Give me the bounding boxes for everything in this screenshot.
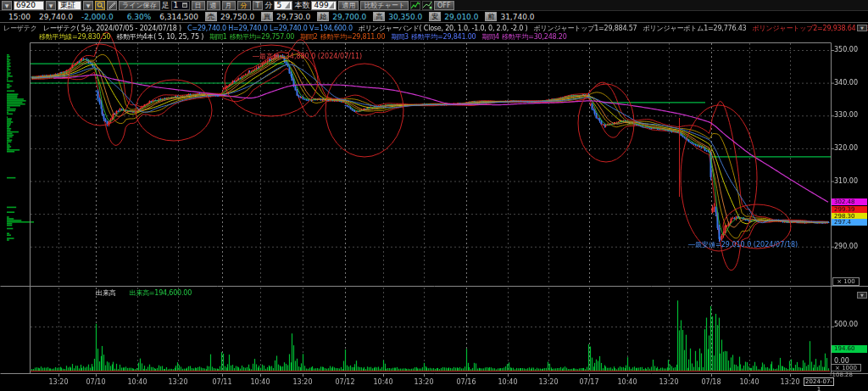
symbol-dropdown-button[interactable]: ▼ xyxy=(46,1,56,10)
low-chip: 安 xyxy=(429,12,441,21)
ohlcv-values: C=29,740.0 H=29,740.0 L=29,740.0 V=194,6… xyxy=(187,25,353,32)
market-dropdown-button[interactable]: ▼ xyxy=(83,1,93,10)
off-button[interactable]: OFF xyxy=(434,1,454,10)
period2-value: 移動平均=29,811.00 xyxy=(320,33,386,41)
quote-change-pct: 6.30% xyxy=(127,13,152,21)
quote-volume: 6,314,500 xyxy=(159,13,198,21)
line-save-button[interactable]: ライン保存 xyxy=(119,1,160,10)
chart-title: レーザテク( 5分, 2024/07/05 - 2024/07/18 ) xyxy=(43,25,181,32)
dropdown-arrow-icon: ▼ xyxy=(860,293,864,298)
volume-pane-menu-button[interactable]: ▼ xyxy=(857,292,867,299)
search-button[interactable] xyxy=(95,1,105,10)
minute-label: 分 xyxy=(264,0,272,11)
open-chip: 始 xyxy=(317,12,329,21)
bollinger-top2: ボリンジャートップ2=29,938.64 xyxy=(752,25,855,32)
ashi-label: 足 xyxy=(162,0,170,11)
symbol-input[interactable] xyxy=(14,1,44,10)
period4-label: 期間4 xyxy=(482,33,500,41)
price-scale-box: × 100 xyxy=(832,277,860,286)
toolbar: ▼ ▼ ▼ ライン保存 足 1 日 週 月 分 T 分 5 本数 499 適用 … xyxy=(0,0,868,11)
interval-tick-button[interactable]: T xyxy=(253,1,264,10)
apply-button[interactable]: 適用 xyxy=(338,1,359,10)
bid-value: 29,730.0 xyxy=(276,13,310,21)
interval-month-button[interactable]: 月 xyxy=(222,1,236,10)
open-value: 29,700.0 xyxy=(332,13,366,21)
volume-tab[interactable]: 出来高 xyxy=(96,289,115,297)
line-chart-icon xyxy=(411,2,420,9)
ask-value: 29,750.0 xyxy=(220,13,254,21)
draw-tool-icon xyxy=(423,2,432,9)
bollinger-top1: ボリンジャートップ1=29,884.57 xyxy=(533,25,637,32)
minute-input[interactable]: 5 xyxy=(274,1,292,10)
ashi-input[interactable]: 1 xyxy=(171,1,190,10)
trading-chart-window: ▼ ▼ ▼ ライン保存 足 1 日 週 月 分 T 分 5 本数 499 適用 … xyxy=(0,0,868,391)
quote-bar: 15:00 29,740.0 -2,000.0 6.30% 6,314,500 … xyxy=(0,11,868,23)
volume-value: 出来高=194,600.00 xyxy=(129,289,192,297)
interval-week-button[interactable]: 週 xyxy=(207,1,220,10)
dropdown-arrow-icon: ▼ xyxy=(49,3,53,8)
edit-button[interactable] xyxy=(107,1,117,10)
magnifier-icon xyxy=(97,2,104,9)
bollinger-bottom1: ボリンジャーボトム1=29,776.43 xyxy=(643,25,746,32)
pencil-icon xyxy=(108,2,116,9)
stepper-icon xyxy=(329,2,334,8)
period3-label: 期間3 xyxy=(391,33,409,41)
draw-tool-button[interactable] xyxy=(422,1,432,10)
calendar-icon xyxy=(182,3,187,8)
ashi-value: 1 xyxy=(174,1,179,9)
current-date-label: 2024-07-1 xyxy=(804,377,834,386)
quote-change: -2,000.0 xyxy=(81,13,114,21)
quote-time: 15:00 xyxy=(8,13,31,21)
dropdown-arrow-icon: ▼ xyxy=(5,3,9,8)
ask-chip: 売 xyxy=(205,12,217,21)
prev-close-value: 31,740.0 xyxy=(500,13,534,21)
low-value: 29,010.0 xyxy=(444,13,478,21)
period4-value: 移動平均=30,248.20 xyxy=(502,33,567,41)
period1-label: 期間1 xyxy=(209,33,227,41)
dropdown-arrow-icon: ▼ xyxy=(86,3,91,8)
compare-chart-button[interactable]: 比較チャート xyxy=(360,1,409,10)
prev-close-chip: 前 xyxy=(485,12,497,21)
dropdown-arrow-icon: ▼ xyxy=(860,25,864,31)
bid-chip: 買 xyxy=(261,12,273,21)
period1-value: 移動平均=29,757.00 xyxy=(230,33,295,41)
line-chart-tool-button[interactable] xyxy=(410,1,420,10)
market-input[interactable] xyxy=(58,1,81,10)
period2-label: 期間2 xyxy=(300,33,318,41)
quote-price: 29,740.0 xyxy=(39,13,73,21)
bars-input[interactable]: 499 xyxy=(311,1,337,10)
chart-tab[interactable]: レーザテク xyxy=(3,25,37,32)
bars-value: 499 xyxy=(314,1,328,9)
ma-line-value: 移動平均線=29,830.50 xyxy=(39,33,110,41)
volume-scale-box: × 1000 xyxy=(831,364,861,371)
chart-canvas[interactable] xyxy=(0,0,868,391)
ma4-title: 移動平均4本( 5, 10, 25, 75 ) xyxy=(116,33,203,41)
bollinger-title: ボリンジャーバンド( Close, 20, 1.0, -1.0, 0, 2.0,… xyxy=(359,25,528,32)
interval-day-button[interactable]: 日 xyxy=(192,1,205,10)
window-dropdown-button[interactable]: ▼ xyxy=(2,1,12,10)
bars-label: 本数 xyxy=(294,0,309,11)
period3-value: 移動平均=29,841.00 xyxy=(411,33,476,41)
price-pane-menu-button[interactable]: ▼ xyxy=(857,25,867,31)
stepper-icon xyxy=(285,2,290,8)
minute-value: 5 xyxy=(276,1,281,9)
chart-header-line2: 移動平均線=29,830.50移動平均4本( 5, 10, 25, 75 )期間… xyxy=(39,32,573,42)
high-chip: 高 xyxy=(373,12,385,21)
volume-header: 出来高出来高=194,600.00 xyxy=(96,288,198,298)
interval-minute-button[interactable]: 分 xyxy=(237,1,251,10)
high-value: 30,350.0 xyxy=(388,13,422,21)
